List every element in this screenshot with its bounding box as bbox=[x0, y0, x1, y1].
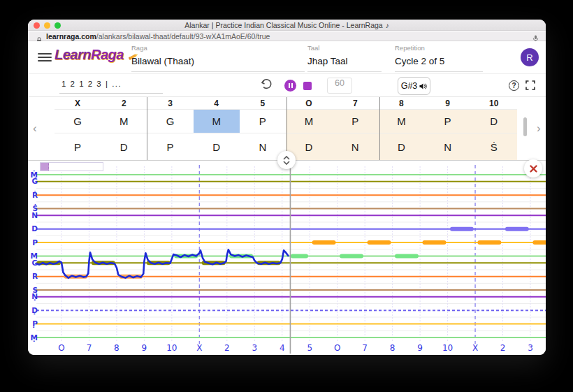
y-axis-note-label: G bbox=[31, 259, 38, 267]
progress-fill bbox=[41, 163, 49, 170]
x-axis-beat-label: O bbox=[334, 343, 340, 353]
beat-header-cell: 5 bbox=[240, 97, 286, 109]
pitch-chart-svg: ṀĠṘṠNDPMGRSṆḌP̣ṂO78910X2345O78910X23 bbox=[28, 161, 546, 355]
beat-header-cell: 9 bbox=[425, 97, 471, 109]
note-cell[interactable]: D bbox=[194, 133, 240, 160]
x-axis-beat-label: 2 bbox=[224, 343, 230, 353]
raga-label: Raga bbox=[131, 44, 305, 52]
y-axis-note-label: Ṃ bbox=[31, 333, 38, 342]
learnraga-logo[interactable]: LearnRaga bbox=[55, 47, 139, 63]
x-axis-beat-label: 7 bbox=[87, 343, 92, 353]
x-axis-beat-label: X bbox=[196, 343, 202, 353]
y-axis-note-label: Ṇ bbox=[31, 292, 38, 300]
fullscreen-icon[interactable] bbox=[525, 80, 535, 93]
note-cell[interactable]: G bbox=[55, 110, 101, 133]
reset-icon[interactable] bbox=[260, 78, 273, 94]
y-axis-note-label: Ġ bbox=[31, 176, 38, 185]
vibhag-divider bbox=[379, 97, 380, 160]
beat-header-cell: 10 bbox=[471, 97, 517, 109]
browser-window: Alankar | Practice Indian Classical Musi… bbox=[28, 20, 546, 355]
y-axis-note-label: R bbox=[32, 272, 38, 280]
note-row-1: GMGMPMPMPD bbox=[55, 109, 517, 133]
x-axis-beat-label: 8 bbox=[390, 343, 396, 353]
desktop-background: Alankar | Practice Indian Classical Musi… bbox=[0, 0, 573, 392]
x-axis-beat-label: O bbox=[58, 343, 64, 353]
x-axis-beat-label: X bbox=[472, 343, 478, 353]
x-axis-beat-label: 5 bbox=[307, 343, 312, 353]
url-text: learnraga.com/alankars/bilawal-thaat/def… bbox=[46, 32, 270, 41]
x-axis-beat-label: 4 bbox=[280, 343, 285, 353]
y-axis-note-label: D bbox=[31, 224, 38, 233]
favicon-icon: ♪ bbox=[386, 22, 389, 29]
note-cell[interactable]: P bbox=[425, 110, 471, 133]
avatar[interactable]: R bbox=[521, 48, 539, 66]
raga-field[interactable]: Raga Bilawal (Thaat) bbox=[131, 44, 305, 72]
note-cell[interactable]: P bbox=[147, 133, 193, 160]
y-axis-note-label: P̣ bbox=[32, 319, 38, 328]
pitch-value: G#3 bbox=[401, 81, 418, 91]
beat-header-cell: 3 bbox=[147, 97, 193, 109]
note-cell[interactable]: N bbox=[332, 133, 378, 160]
repetition-value: Cycle 2 of 5 bbox=[395, 56, 483, 66]
note-cell[interactable]: M bbox=[378, 110, 424, 133]
titlebar: Alankar | Practice Indian Classical Musi… bbox=[28, 20, 546, 31]
window-title: Alankar | Practice Indian Classical Musi… bbox=[28, 21, 546, 29]
note-cell[interactable]: M bbox=[194, 110, 240, 133]
pitch-chart: ṀĠṘṠNDPMGRSṆḌP̣ṂO78910X2345O78910X23 bbox=[28, 160, 546, 355]
y-axis-note-label: Ṙ bbox=[32, 190, 38, 199]
toolbar: 1 2 1 2 3 | ... 60 G#3 ? bbox=[28, 74, 546, 97]
repetition-label: Repetition bbox=[395, 44, 483, 52]
beat-header-cell: 7 bbox=[332, 97, 378, 109]
x-axis-beat-label: 8 bbox=[114, 343, 119, 353]
help-icon[interactable]: ? bbox=[509, 80, 519, 91]
x-axis-beat-label: 3 bbox=[252, 343, 257, 353]
beat-header-row: X2345O78910 bbox=[55, 97, 517, 109]
y-axis-note-label: Ḍ bbox=[31, 306, 38, 314]
raga-value[interactable]: Bilawal (Thaat) bbox=[131, 56, 305, 66]
menu-icon[interactable] bbox=[38, 53, 52, 63]
taal-label: Taal bbox=[307, 44, 382, 52]
beat-header-cell: 4 bbox=[194, 97, 240, 109]
note-cell[interactable]: M bbox=[101, 110, 147, 133]
resize-handle[interactable] bbox=[277, 151, 296, 169]
speaker-icon bbox=[419, 82, 427, 90]
stop-button[interactable] bbox=[303, 82, 312, 90]
note-cell[interactable]: D bbox=[378, 133, 424, 160]
note-cell[interactable]: G bbox=[147, 110, 193, 133]
y-axis-note-label: N bbox=[31, 211, 38, 219]
chevron-right-icon[interactable]: › bbox=[537, 122, 541, 134]
note-cell[interactable]: D bbox=[471, 110, 517, 133]
pitch-trace bbox=[36, 249, 289, 277]
pattern-input[interactable]: 1 2 1 2 3 | ... bbox=[61, 80, 122, 88]
chevron-left-icon[interactable]: ‹ bbox=[33, 122, 37, 134]
x-axis-beat-label: 9 bbox=[142, 343, 147, 353]
beat-header-cell: 8 bbox=[378, 97, 424, 109]
x-axis-beat-label: 2 bbox=[500, 343, 506, 353]
url-bar[interactable]: learnraga.com/alankars/bilawal-thaat/def… bbox=[28, 31, 546, 41]
vibhag-divider bbox=[147, 97, 147, 160]
taal-value[interactable]: Jhap Taal bbox=[307, 56, 382, 66]
taal-field[interactable]: Taal Jhap Taal bbox=[307, 44, 382, 72]
x-axis-beat-label: 10 bbox=[442, 343, 453, 353]
beat-header-cell: 2 bbox=[101, 97, 147, 109]
beat-header-cell: X bbox=[55, 97, 101, 109]
beat-header-cell: O bbox=[286, 97, 332, 109]
note-cell[interactable]: P bbox=[240, 110, 286, 133]
pause-button[interactable] bbox=[284, 80, 296, 92]
note-cell[interactable]: M bbox=[286, 110, 332, 133]
note-cell[interactable]: N bbox=[425, 133, 471, 160]
pitch-button[interactable]: G#3 bbox=[398, 77, 430, 95]
note-cell[interactable]: Ṡ bbox=[471, 133, 517, 160]
grid-scrollbar[interactable] bbox=[523, 117, 527, 136]
x-axis-beat-label: 9 bbox=[417, 343, 423, 353]
app-header: LearnRaga Raga Bilawal (Thaat) Taal Jhap… bbox=[28, 41, 546, 74]
x-axis-beat-label: 7 bbox=[362, 343, 368, 353]
y-axis-note-label: P bbox=[32, 238, 38, 247]
tempo-input[interactable]: 60 bbox=[327, 78, 352, 94]
x-axis-beat-label: 3 bbox=[528, 343, 533, 353]
close-icon[interactable] bbox=[524, 159, 542, 177]
note-cell[interactable]: P bbox=[55, 133, 101, 160]
note-cell[interactable]: P bbox=[332, 110, 378, 133]
note-cell[interactable]: D bbox=[101, 133, 147, 160]
progress-bar bbox=[40, 162, 103, 171]
